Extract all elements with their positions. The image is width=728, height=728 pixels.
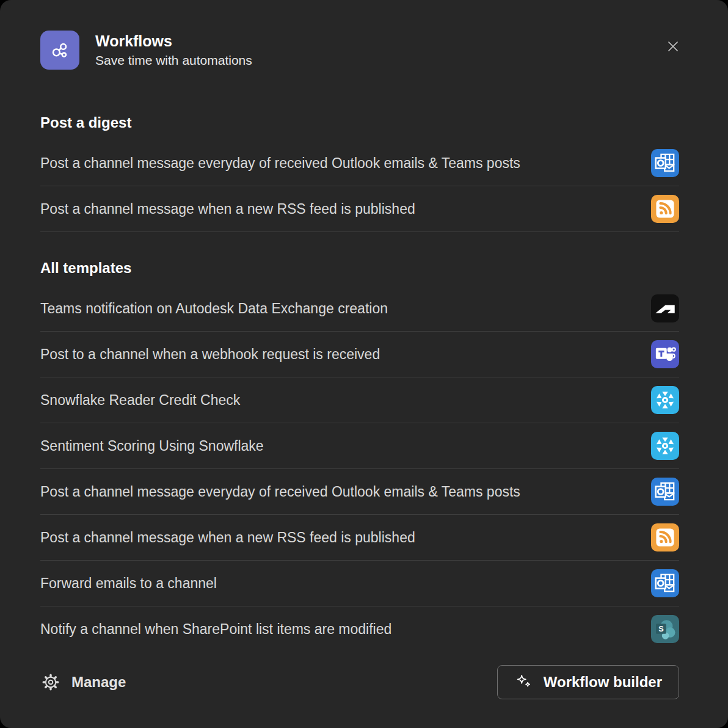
section-all-templates: All templates Teams notification on Auto… bbox=[40, 259, 679, 652]
template-label: Notify a channel when SharePoint list it… bbox=[40, 621, 399, 638]
manage-label: Manage bbox=[71, 674, 126, 691]
template-label: Post to a channel when a webhook request… bbox=[40, 346, 387, 363]
template-row[interactable]: Post a channel message everyday of recei… bbox=[40, 469, 679, 515]
template-label: Post a channel message everyday of recei… bbox=[40, 155, 528, 172]
section-heading: All templates bbox=[40, 259, 679, 277]
close-icon[interactable] bbox=[661, 34, 685, 59]
snowflake-icon bbox=[651, 432, 679, 460]
template-list: Post a channel message everyday of recei… bbox=[40, 140, 679, 232]
template-label: Post a channel message when a new RSS fe… bbox=[40, 201, 423, 217]
manage-button[interactable]: Manage bbox=[40, 666, 126, 699]
section-post-a-digest: Post a digest Post a channel message eve… bbox=[40, 114, 679, 232]
template-row[interactable]: Sentiment Scoring Using Snowflake bbox=[40, 423, 679, 469]
workflow-builder-button[interactable]: Workflow builder bbox=[497, 665, 679, 699]
sparkle-icon bbox=[514, 672, 534, 692]
template-label: Post a channel message everyday of recei… bbox=[40, 484, 528, 500]
template-label: Sentiment Scoring Using Snowflake bbox=[40, 438, 271, 454]
template-label: Snowflake Reader Credit Check bbox=[40, 392, 247, 409]
template-row[interactable]: Post to a channel when a webhook request… bbox=[40, 332, 679, 377]
outlook-icon bbox=[651, 569, 679, 597]
outlook-icon bbox=[651, 478, 679, 506]
template-row[interactable]: Post a channel message when a new RSS fe… bbox=[40, 186, 679, 232]
template-row[interactable]: Post a channel message when a new RSS fe… bbox=[40, 515, 679, 561]
dialog-footer: Manage Workflow builder bbox=[40, 665, 679, 699]
template-row[interactable]: Forward emails to a channel bbox=[40, 561, 679, 606]
dialog-subtitle: Save time with automations bbox=[95, 52, 661, 68]
dialog-title: Workflows bbox=[95, 32, 661, 51]
outlook-icon bbox=[651, 149, 679, 177]
template-label: Forward emails to a channel bbox=[40, 575, 224, 592]
dialog-header: Workflows Save time with automations bbox=[40, 31, 679, 70]
template-list: Teams notification on Autodesk Data Exch… bbox=[40, 286, 679, 652]
gear-icon bbox=[40, 672, 61, 693]
section-heading: Post a digest bbox=[40, 114, 679, 132]
template-row[interactable]: Post a channel message everyday of recei… bbox=[40, 140, 679, 186]
template-row[interactable]: Notify a channel when SharePoint list it… bbox=[40, 606, 679, 652]
rss-icon bbox=[651, 523, 679, 551]
template-label: Post a channel message when a new RSS fe… bbox=[40, 530, 423, 546]
workflows-dialog: Workflows Save time with automations Pos… bbox=[0, 0, 728, 728]
sharepoint-icon bbox=[651, 615, 679, 643]
template-row[interactable]: Snowflake Reader Credit Check bbox=[40, 377, 679, 423]
workflows-icon bbox=[40, 31, 79, 70]
teams-icon bbox=[651, 340, 679, 368]
template-label: Teams notification on Autodesk Data Exch… bbox=[40, 300, 395, 317]
header-text: Workflows Save time with automations bbox=[95, 32, 661, 69]
rss-icon bbox=[651, 195, 679, 223]
autodesk-icon bbox=[651, 294, 679, 322]
snowflake-icon bbox=[651, 386, 679, 414]
workflow-builder-label: Workflow builder bbox=[544, 674, 662, 691]
template-row[interactable]: Teams notification on Autodesk Data Exch… bbox=[40, 286, 679, 332]
